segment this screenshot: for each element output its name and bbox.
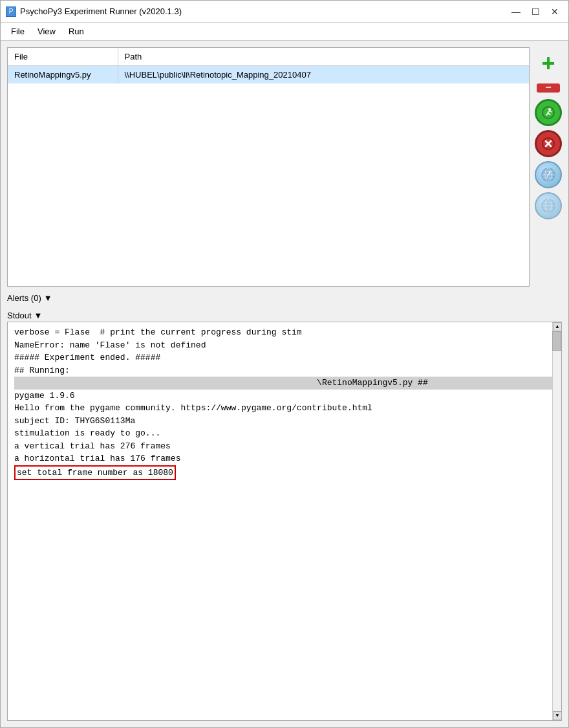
top-section: File Path RetinoMappingv5.py \\HUBEL\pub… (7, 47, 562, 287)
remove-button[interactable]: − (537, 81, 560, 95)
stdout-line: ## Running: (14, 364, 555, 377)
stdout-line: a vertical trial has 276 frames (14, 440, 555, 453)
buttons-panel: + − (535, 47, 562, 219)
stop-button[interactable] (535, 130, 562, 157)
col-header-path: Path (118, 48, 529, 66)
main-content: File Path RetinoMappingv5.py \\HUBEL\pub… (1, 41, 568, 727)
minus-icon: − (545, 82, 551, 93)
menu-file[interactable]: File (6, 25, 30, 38)
stdout-section: Stdout ▼ verbose = Flase # print the cur… (7, 309, 562, 721)
globe1-icon (541, 167, 556, 182)
file-table-container: File Path RetinoMappingv5.py \\HUBEL\pub… (7, 47, 530, 287)
stdout-line: pygame 1.9.6 (14, 390, 555, 403)
menu-view[interactable]: View (32, 25, 61, 38)
run-icon (542, 106, 555, 119)
file-cell: RetinoMappingv5.py (8, 66, 118, 84)
globe1-button[interactable] (535, 161, 562, 188)
menu-run[interactable]: Run (63, 25, 89, 38)
stdout-line: NameError: name 'Flase' is not defined (14, 339, 555, 352)
stdout-box[interactable]: verbose = Flase # print the current prog… (7, 322, 562, 721)
alerts-chevron: ▼ (44, 293, 52, 303)
close-button[interactable]: ✕ (546, 5, 563, 18)
last-stdout-line: set total frame number as 18080 (14, 465, 176, 481)
globe2-icon (541, 198, 556, 214)
minimize-button[interactable]: — (508, 5, 524, 18)
run-button[interactable] (535, 99, 562, 126)
globe2-button[interactable] (535, 192, 562, 219)
stdout-line: stimulation is ready to go... (14, 427, 555, 440)
file-table: File Path RetinoMappingv5.py \\HUBEL\pub… (8, 48, 529, 83)
title-bar-left: P PsychoPy3 Experiment Runner (v2020.1.3… (6, 6, 182, 17)
stdout-line: verbose = Flase # print the current prog… (14, 326, 555, 339)
col-header-file: File (8, 48, 118, 66)
window-controls: — ☐ ✕ (508, 5, 563, 18)
stop-icon (542, 137, 555, 150)
stdout-line: ##### Experiment ended. ##### (14, 351, 555, 364)
stdout-header[interactable]: Stdout ▼ (7, 309, 562, 322)
stdout-label: Stdout (7, 311, 32, 320)
alerts-label: Alerts (0) (7, 293, 41, 303)
path-cell: \\HUBEL\public\li\Retinotopic_Mapping_20… (118, 66, 529, 84)
stdout-chevron: ▼ (34, 311, 43, 320)
table-row[interactable]: RetinoMappingv5.py \\HUBEL\public\li\Ret… (8, 66, 529, 84)
stdout-line: a horizontal trial has 176 frames (14, 452, 555, 465)
stdout-line: \RetinoMappingv5.py ## (14, 377, 555, 390)
scrollbar-track[interactable]: ▲▼ (552, 322, 561, 720)
stdout-line: set total frame number as 18080 (14, 465, 555, 481)
scrollbar-thumb[interactable] (552, 331, 561, 351)
app-icon: P (6, 6, 16, 17)
app-window: P PsychoPy3 Experiment Runner (v2020.1.3… (0, 0, 569, 728)
menu-bar: File View Run (1, 23, 568, 41)
scrollbar-up-arrow[interactable]: ▲ (553, 322, 562, 331)
scrollbar-down-arrow[interactable]: ▼ (553, 711, 562, 720)
minus-bar: − (537, 83, 560, 93)
window-title: PsychoPy3 Experiment Runner (v2020.1.3) (20, 6, 182, 16)
stdout-line: subject ID: THYG6S0113Ma (14, 415, 555, 428)
maximize-button[interactable]: ☐ (527, 5, 544, 18)
alerts-header[interactable]: Alerts (0) ▼ (7, 292, 562, 304)
title-bar: P PsychoPy3 Experiment Runner (v2020.1.3… (1, 1, 568, 23)
stdout-line: Hello from the pygame community. https:/… (14, 402, 555, 415)
plus-icon: + (541, 52, 555, 75)
add-button[interactable]: + (535, 50, 562, 77)
